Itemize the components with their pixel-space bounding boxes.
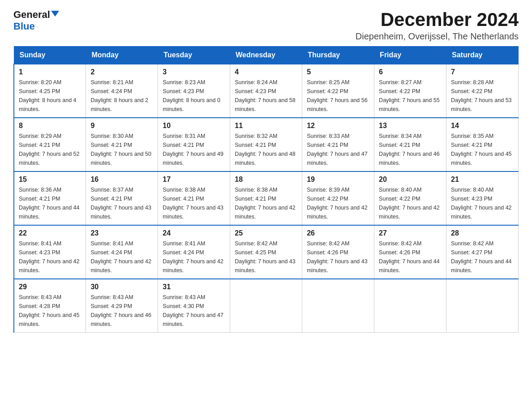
day-info: Sunrise: 8:43 AM Sunset: 4:29 PM Dayligh…	[90, 293, 153, 329]
day-info: Sunrise: 8:31 AM Sunset: 4:21 PM Dayligh…	[163, 132, 225, 167]
day-number: 2	[90, 68, 153, 76]
day-info: Sunrise: 8:41 AM Sunset: 4:23 PM Dayligh…	[19, 239, 81, 275]
calendar-day-cell: 7 Sunrise: 8:28 AM Sunset: 4:22 PM Dayli…	[446, 64, 519, 118]
day-number: 3	[163, 68, 225, 76]
day-number: 27	[379, 229, 442, 237]
day-info: Sunrise: 8:30 AM Sunset: 4:21 PM Dayligh…	[90, 132, 153, 167]
day-number: 31	[163, 283, 225, 291]
day-number: 19	[307, 176, 369, 184]
day-number: 13	[379, 122, 442, 130]
day-number: 9	[90, 122, 153, 130]
calendar-day-cell: 9 Sunrise: 8:30 AM Sunset: 4:21 PM Dayli…	[86, 118, 158, 171]
calendar-week-row: 29 Sunrise: 8:43 AM Sunset: 4:28 PM Dayl…	[14, 279, 519, 333]
calendar-day-cell: 2 Sunrise: 8:21 AM Sunset: 4:24 PM Dayli…	[86, 64, 158, 118]
day-info: Sunrise: 8:28 AM Sunset: 4:22 PM Dayligh…	[451, 78, 514, 114]
col-saturday: Saturday	[446, 47, 519, 64]
calendar-day-cell: 14 Sunrise: 8:35 AM Sunset: 4:21 PM Dayl…	[446, 118, 519, 171]
col-monday: Monday	[86, 47, 158, 64]
calendar-day-cell: 6 Sunrise: 8:27 AM Sunset: 4:22 PM Dayli…	[374, 64, 446, 118]
day-info: Sunrise: 8:24 AM Sunset: 4:23 PM Dayligh…	[235, 78, 297, 114]
day-info: Sunrise: 8:38 AM Sunset: 4:21 PM Dayligh…	[235, 185, 297, 221]
day-info: Sunrise: 8:33 AM Sunset: 4:21 PM Dayligh…	[307, 132, 369, 167]
day-number: 21	[451, 176, 514, 184]
calendar-day-cell	[446, 279, 519, 333]
day-number: 26	[307, 229, 369, 237]
day-info: Sunrise: 8:41 AM Sunset: 4:24 PM Dayligh…	[90, 239, 153, 275]
calendar-day-cell: 25 Sunrise: 8:42 AM Sunset: 4:25 PM Dayl…	[230, 225, 302, 279]
day-number: 18	[235, 176, 297, 184]
calendar-day-cell: 13 Sunrise: 8:34 AM Sunset: 4:21 PM Dayl…	[374, 118, 446, 171]
day-info: Sunrise: 8:23 AM Sunset: 4:23 PM Dayligh…	[163, 78, 225, 114]
calendar-day-cell: 26 Sunrise: 8:42 AM Sunset: 4:26 PM Dayl…	[302, 225, 374, 279]
day-number: 30	[90, 283, 153, 291]
calendar-day-cell: 23 Sunrise: 8:41 AM Sunset: 4:24 PM Dayl…	[86, 225, 158, 279]
day-number: 1	[19, 68, 81, 76]
col-sunday: Sunday	[14, 47, 86, 64]
day-number: 5	[307, 68, 369, 76]
day-number: 8	[19, 122, 81, 130]
logo-blue-text: Blue	[13, 21, 35, 32]
calendar-day-cell: 4 Sunrise: 8:24 AM Sunset: 4:23 PM Dayli…	[230, 64, 302, 118]
day-number: 14	[451, 122, 514, 130]
day-number: 17	[163, 176, 225, 184]
calendar-day-cell: 15 Sunrise: 8:36 AM Sunset: 4:21 PM Dayl…	[14, 171, 86, 225]
day-info: Sunrise: 8:20 AM Sunset: 4:25 PM Dayligh…	[19, 78, 81, 114]
day-number: 28	[451, 229, 514, 237]
day-info: Sunrise: 8:35 AM Sunset: 4:21 PM Dayligh…	[451, 132, 514, 167]
day-number: 12	[307, 122, 369, 130]
calendar-day-cell: 19 Sunrise: 8:39 AM Sunset: 4:22 PM Dayl…	[302, 171, 374, 225]
day-number: 16	[90, 176, 153, 184]
day-info: Sunrise: 8:43 AM Sunset: 4:30 PM Dayligh…	[163, 293, 225, 329]
day-info: Sunrise: 8:42 AM Sunset: 4:26 PM Dayligh…	[379, 239, 442, 275]
day-number: 15	[19, 176, 81, 184]
calendar-day-cell: 21 Sunrise: 8:40 AM Sunset: 4:23 PM Dayl…	[446, 171, 519, 225]
title-block: December 2024 Diepenheim, Overijssel, Th…	[356, 9, 519, 42]
calendar-day-cell	[374, 279, 446, 333]
calendar-day-cell: 22 Sunrise: 8:41 AM Sunset: 4:23 PM Dayl…	[14, 225, 86, 279]
calendar-day-cell: 16 Sunrise: 8:37 AM Sunset: 4:21 PM Dayl…	[86, 171, 158, 225]
day-info: Sunrise: 8:27 AM Sunset: 4:22 PM Dayligh…	[379, 78, 442, 114]
logo-triangle-icon	[51, 11, 59, 17]
calendar-week-row: 1 Sunrise: 8:20 AM Sunset: 4:25 PM Dayli…	[14, 64, 519, 118]
day-number: 23	[90, 229, 153, 237]
day-number: 11	[235, 122, 297, 130]
calendar-week-row: 15 Sunrise: 8:36 AM Sunset: 4:21 PM Dayl…	[14, 171, 519, 225]
calendar-day-cell: 24 Sunrise: 8:41 AM Sunset: 4:24 PM Dayl…	[158, 225, 230, 279]
day-info: Sunrise: 8:43 AM Sunset: 4:28 PM Dayligh…	[19, 293, 81, 329]
day-number: 6	[379, 68, 442, 76]
month-year-title: December 2024	[356, 9, 519, 30]
calendar-day-cell	[302, 279, 374, 333]
day-info: Sunrise: 8:40 AM Sunset: 4:22 PM Dayligh…	[379, 185, 442, 221]
calendar-day-cell: 30 Sunrise: 8:43 AM Sunset: 4:29 PM Dayl…	[86, 279, 158, 333]
calendar-day-cell: 12 Sunrise: 8:33 AM Sunset: 4:21 PM Dayl…	[302, 118, 374, 171]
calendar-day-cell	[230, 279, 302, 333]
day-info: Sunrise: 8:36 AM Sunset: 4:21 PM Dayligh…	[19, 185, 81, 221]
day-info: Sunrise: 8:25 AM Sunset: 4:22 PM Dayligh…	[307, 78, 369, 114]
calendar-day-cell: 11 Sunrise: 8:32 AM Sunset: 4:21 PM Dayl…	[230, 118, 302, 171]
calendar-week-row: 22 Sunrise: 8:41 AM Sunset: 4:23 PM Dayl…	[14, 225, 519, 279]
calendar-day-cell: 10 Sunrise: 8:31 AM Sunset: 4:21 PM Dayl…	[158, 118, 230, 171]
location-subtitle: Diepenheim, Overijssel, The Netherlands	[356, 31, 519, 42]
col-friday: Friday	[374, 47, 446, 64]
calendar-day-cell: 28 Sunrise: 8:42 AM Sunset: 4:27 PM Dayl…	[446, 225, 519, 279]
calendar-day-cell: 5 Sunrise: 8:25 AM Sunset: 4:22 PM Dayli…	[302, 64, 374, 118]
calendar-day-cell: 1 Sunrise: 8:20 AM Sunset: 4:25 PM Dayli…	[14, 64, 86, 118]
day-number: 24	[163, 229, 225, 237]
logo-general-text: General	[13, 9, 50, 21]
page-header: General Blue December 2024 Diepenheim, O…	[13, 9, 519, 42]
day-info: Sunrise: 8:38 AM Sunset: 4:21 PM Dayligh…	[163, 185, 225, 221]
calendar-day-cell: 3 Sunrise: 8:23 AM Sunset: 4:23 PM Dayli…	[158, 64, 230, 118]
day-number: 10	[163, 122, 225, 130]
logo: General Blue	[13, 9, 59, 32]
day-info: Sunrise: 8:42 AM Sunset: 4:27 PM Dayligh…	[451, 239, 514, 275]
calendar-day-cell: 31 Sunrise: 8:43 AM Sunset: 4:30 PM Dayl…	[158, 279, 230, 333]
day-number: 29	[19, 283, 81, 291]
col-wednesday: Wednesday	[230, 47, 302, 64]
day-info: Sunrise: 8:29 AM Sunset: 4:21 PM Dayligh…	[19, 132, 81, 167]
day-info: Sunrise: 8:42 AM Sunset: 4:25 PM Dayligh…	[235, 239, 297, 275]
day-info: Sunrise: 8:32 AM Sunset: 4:21 PM Dayligh…	[235, 132, 297, 167]
calendar-week-row: 8 Sunrise: 8:29 AM Sunset: 4:21 PM Dayli…	[14, 118, 519, 171]
calendar-day-cell: 29 Sunrise: 8:43 AM Sunset: 4:28 PM Dayl…	[14, 279, 86, 333]
day-info: Sunrise: 8:42 AM Sunset: 4:26 PM Dayligh…	[307, 239, 369, 275]
day-info: Sunrise: 8:40 AM Sunset: 4:23 PM Dayligh…	[451, 185, 514, 221]
